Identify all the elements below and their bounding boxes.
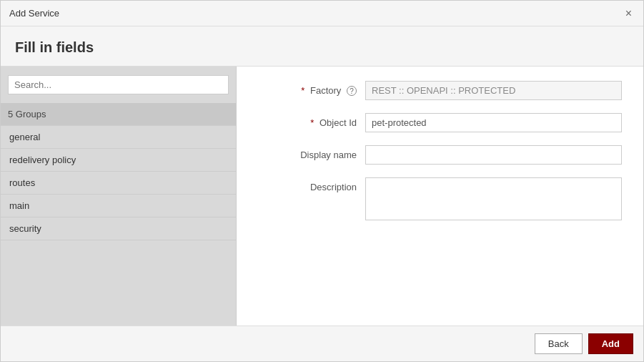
nav-item-general[interactable]: general	[1, 125, 236, 149]
object-id-row: * Object Id	[258, 113, 622, 132]
content-area: * Factory ? * Object Id Display name	[237, 67, 643, 326]
dialog-body: 5 Groups general redelivery policy route…	[1, 67, 643, 326]
factory-input	[365, 81, 622, 100]
dialog-header: Fill in fields	[1, 26, 643, 67]
description-label: Description	[258, 177, 365, 192]
factory-row: * Factory ?	[258, 81, 622, 100]
display-name-label: Display name	[258, 150, 365, 160]
display-name-input[interactable]	[365, 145, 622, 165]
search-container	[1, 67, 236, 103]
add-button[interactable]: Add	[588, 333, 633, 354]
object-id-required-star: *	[310, 117, 314, 128]
close-button[interactable]: ×	[623, 6, 635, 21]
nav-item-security[interactable]: security	[1, 217, 236, 240]
dialog-titlebar: Add Service ×	[1, 1, 643, 26]
nav-item-redelivery-policy[interactable]: redelivery policy	[1, 149, 236, 172]
nav-item-routes[interactable]: routes	[1, 172, 236, 195]
factory-help-icon[interactable]: ?	[347, 86, 357, 96]
factory-required-star: *	[301, 85, 304, 96]
search-input[interactable]	[8, 75, 229, 94]
factory-label: * Factory ?	[258, 85, 365, 97]
display-name-row: Display name	[258, 145, 622, 165]
description-row: Description	[258, 177, 622, 220]
dialog-footer: Back Add	[1, 326, 643, 361]
back-button[interactable]: Back	[535, 333, 583, 354]
groups-label: 5 Groups	[1, 103, 236, 125]
description-textarea[interactable]	[365, 177, 622, 220]
object-id-label: * Object Id	[258, 117, 365, 128]
object-id-input[interactable]	[365, 113, 622, 132]
sidebar: 5 Groups general redelivery policy route…	[1, 67, 237, 326]
nav-list: general redelivery policy routes main se…	[1, 125, 236, 326]
add-service-dialog: Add Service × Fill in fields 5 Groups ge…	[0, 0, 644, 362]
dialog-heading: Fill in fields	[15, 39, 94, 55]
dialog-title: Add Service	[9, 8, 59, 19]
nav-item-main[interactable]: main	[1, 195, 236, 217]
